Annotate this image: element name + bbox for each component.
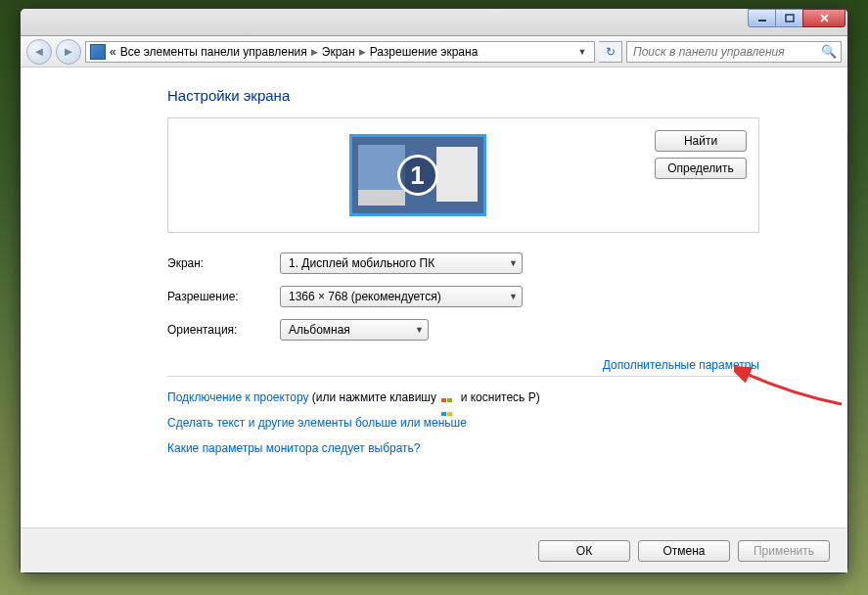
breadcrumb-item[interactable]: Разрешение экрана	[370, 45, 479, 59]
text-size-link[interactable]: Сделать текст и другие элементы больше и…	[167, 416, 467, 430]
identify-button[interactable]: Определить	[655, 158, 747, 179]
svg-rect-0	[758, 20, 766, 22]
button-bar: ОК Отмена Применить	[21, 527, 847, 572]
minimize-button[interactable]	[748, 9, 776, 27]
forward-button[interactable]: ►	[56, 39, 81, 65]
screen-value: 1. Дисплей мобильного ПК	[289, 256, 434, 270]
which-monitor-link[interactable]: Какие параметры монитора следует выбрать…	[167, 441, 421, 455]
display-preview-box: 1 Найти Определить	[167, 117, 759, 233]
back-button[interactable]: ◄	[26, 39, 52, 65]
orientation-label: Ориентация:	[167, 323, 280, 337]
chevron-down-icon: ▼	[509, 258, 518, 268]
monitor-number: 1	[397, 155, 438, 196]
advanced-settings-link[interactable]: Дополнительные параметры	[603, 358, 759, 372]
projector-line: Подключение к проектору (или нажмите кла…	[167, 390, 759, 404]
screen-select[interactable]: 1. Дисплей мобильного ПК ▼	[280, 252, 523, 274]
resolution-label: Разрешение:	[167, 290, 280, 303]
search-box[interactable]: 🔍	[626, 41, 842, 63]
maximize-button[interactable]	[775, 9, 803, 27]
refresh-icon: ↻	[606, 45, 616, 59]
windows-key-icon	[441, 392, 455, 403]
titlebar	[21, 9, 847, 36]
chevron-down-icon: ▼	[509, 292, 518, 301]
address-bar[interactable]: « Все элементы панели управления ▶ Экран…	[85, 41, 595, 63]
arrow-right-icon: ►	[63, 44, 75, 59]
apply-button[interactable]: Применить	[738, 540, 830, 562]
maximize-icon	[785, 14, 795, 23]
minimize-icon	[757, 14, 767, 23]
breadcrumb-item[interactable]: Все элементы панели управления	[120, 45, 307, 59]
breadcrumb-item[interactable]: Экран	[322, 45, 355, 59]
address-dropdown[interactable]: ▼	[574, 47, 590, 57]
resolution-value: 1366 × 768 (рекомендуется)	[289, 290, 441, 303]
close-icon	[819, 13, 830, 23]
projector-link[interactable]: Подключение к проектору	[167, 390, 309, 404]
cancel-button[interactable]: Отмена	[638, 540, 730, 562]
nav-bar: ◄ ► « Все элементы панели управления ▶ Э…	[21, 36, 847, 68]
breadcrumb-prefix: «	[110, 45, 116, 59]
svg-rect-1	[786, 15, 794, 22]
orientation-select[interactable]: Альбомная ▼	[280, 319, 429, 341]
chevron-right-icon[interactable]: ▶	[311, 47, 318, 57]
screen-label: Экран:	[167, 256, 280, 270]
control-panel-window: ◄ ► « Все элементы панели управления ▶ Э…	[20, 8, 848, 573]
page-title: Настройки экрана	[167, 87, 759, 104]
content-area: Настройки экрана 1 Найти Определить Экра…	[21, 68, 847, 572]
display-preview[interactable]: 1	[180, 130, 655, 220]
chevron-down-icon: ▼	[415, 325, 424, 335]
display-form: Экран: 1. Дисплей мобильного ПК ▼ Разреш…	[167, 252, 759, 341]
window-buttons	[749, 9, 845, 27]
search-icon: 🔍	[821, 44, 837, 59]
close-button[interactable]	[802, 9, 845, 27]
preview-window-icon	[436, 147, 478, 202]
refresh-button[interactable]: ↻	[599, 41, 622, 63]
ok-button[interactable]: ОК	[538, 540, 630, 562]
resolution-select[interactable]: 1366 × 768 (рекомендуется) ▼	[280, 286, 523, 307]
chevron-right-icon[interactable]: ▶	[359, 47, 366, 57]
monitor-thumbnail[interactable]: 1	[349, 134, 486, 216]
find-button[interactable]: Найти	[655, 130, 747, 152]
arrow-left-icon: ◄	[33, 44, 46, 59]
control-panel-icon	[90, 44, 106, 60]
orientation-value: Альбомная	[289, 323, 350, 337]
search-input[interactable]	[631, 44, 821, 60]
